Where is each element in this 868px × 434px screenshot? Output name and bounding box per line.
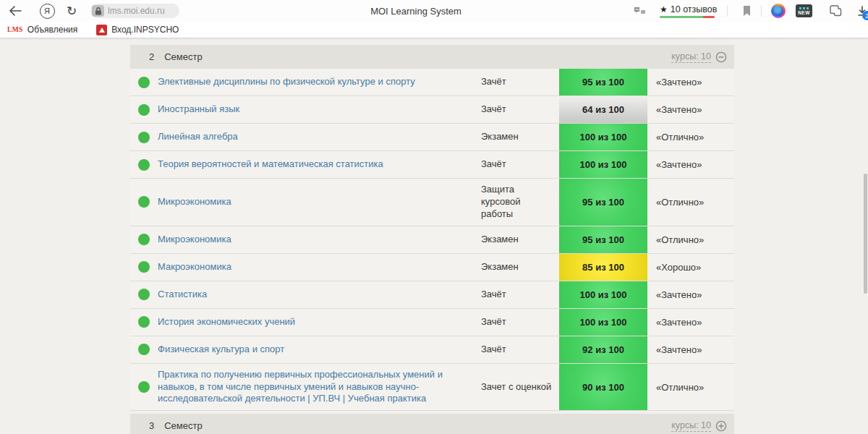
grade-label: «Зачтено» — [647, 344, 734, 355]
course-link[interactable]: Макроэкономика — [158, 256, 481, 278]
site-protect-icon[interactable] — [631, 0, 648, 22]
site-rating[interactable]: ★ 10 отзывов — [660, 0, 717, 22]
yandex-home-icon[interactable]: Я — [38, 0, 56, 22]
status-dot-icon — [138, 196, 150, 208]
semester-title: Семестр — [164, 51, 671, 62]
inpsycho-favicon — [96, 25, 107, 35]
status-dot-icon — [138, 77, 150, 88]
new-label: NEW — [798, 10, 810, 15]
rating-text: 10 отзывов — [671, 4, 718, 14]
course-link[interactable]: Теория вероятностей и математическая ста… — [158, 153, 481, 176]
score-badge: 90 из 100 — [559, 364, 647, 411]
grade-label: «Отлично» — [647, 234, 734, 245]
star-icon: ★ — [660, 4, 668, 14]
expand-plus-icon[interactable] — [715, 420, 727, 432]
status-dot-icon — [138, 159, 150, 171]
reload-icon[interactable]: ↻ — [62, 0, 81, 22]
bookmark-flag-icon[interactable] — [738, 0, 755, 22]
grade-label: «Отлично» — [647, 132, 734, 142]
status-dot-icon — [138, 104, 150, 116]
lock-icon[interactable] — [92, 5, 104, 17]
grade-label: «Зачтено» — [647, 159, 734, 170]
score-badge: 100 из 100 — [559, 281, 647, 308]
semester-3-header: 3 Семестр курсы: 10 — [130, 414, 734, 434]
extension-new-icon[interactable]: NEW — [796, 4, 812, 17]
course-row: Линейная алгебра Экзамен 100 из 100 «Отл… — [130, 124, 734, 151]
status-dot-icon — [138, 261, 150, 273]
score-badge: 95 из 100 — [559, 179, 647, 226]
semester-2-header: 2 Семестр курсы: 10 — [130, 45, 734, 69]
course-link[interactable]: Иностранный язык — [158, 98, 481, 121]
status-dot-icon — [138, 344, 150, 355]
marquee-dots — [799, 7, 809, 9]
score-badge: 64 из 100 — [559, 96, 647, 123]
grades-table-body: Элективные дисциплины по физической куль… — [130, 69, 734, 411]
score-badge: 100 из 100 — [559, 151, 647, 178]
status-dot-icon — [138, 289, 150, 300]
bookmark-announcements[interactable]: LMS Объявления — [7, 25, 77, 35]
grade-label: «Зачтено» — [647, 77, 734, 88]
bookmark-label: Вход.INPSYCHO — [111, 25, 179, 35]
bookmarks-bar: LMS Объявления Вход.INPSYCHO — [0, 22, 868, 38]
assessment-type: Зачёт — [481, 311, 559, 333]
toolbar-separator — [727, 5, 728, 17]
url-text: lms.moi.edu.ru — [108, 6, 165, 16]
assessment-type: Зачёт — [481, 284, 559, 306]
course-link[interactable]: Линейная алгебра — [158, 126, 481, 148]
grade-label: «Зачтено» — [647, 289, 734, 300]
score-badge: 92 из 100 — [559, 336, 647, 363]
course-link[interactable]: Физическая культура и спорт — [158, 339, 481, 361]
extension-color-circle-icon[interactable] — [771, 4, 786, 18]
grade-label: «Зачтено» — [647, 317, 734, 328]
semester-number: 3 — [149, 420, 154, 431]
grades-panel: 2 Семестр курсы: 10 Элективные дисциплин… — [130, 45, 734, 434]
course-row: Элективные дисциплины по физической куль… — [130, 69, 734, 96]
lms-favicon: LMS — [7, 26, 23, 33]
status-dot-icon — [138, 316, 150, 328]
page-content: 2 Семестр курсы: 10 Элективные дисциплин… — [0, 38, 868, 434]
course-link[interactable]: Микроэкономика — [158, 229, 481, 251]
back-icon[interactable] — [6, 0, 25, 22]
course-row: Теория вероятностей и математическая ста… — [130, 151, 734, 179]
course-row: Микроэкономика Защита курсовой работы 95… — [130, 179, 734, 226]
course-row: История экономических учений Зачёт 100 и… — [130, 309, 734, 336]
assessment-type: Зачёт — [481, 71, 559, 93]
assessment-type: Зачёт — [481, 98, 559, 121]
course-link[interactable]: Микроэкономика — [158, 191, 481, 213]
status-dot-icon — [138, 381, 150, 393]
address-bar[interactable]: lms.moi.edu.ru — [90, 4, 179, 18]
course-link[interactable]: Элективные дисциплины по физической куль… — [158, 71, 481, 93]
download-count-badge: 2 — [862, 11, 868, 20]
course-row: Микроэкономика Экзамен 95 из 100 «Отличн… — [130, 226, 734, 254]
assessment-type: Защита курсовой работы — [481, 179, 559, 226]
grade-label: «Зачтено» — [647, 104, 734, 115]
toolbar-separator — [761, 5, 762, 17]
rating-bar — [660, 16, 715, 18]
course-link[interactable]: История экономических учений — [158, 311, 481, 333]
assessment-type: Зачет с оценкой — [481, 376, 559, 399]
grade-label: «Хорошо» — [647, 262, 734, 273]
semester-number: 2 — [149, 51, 154, 62]
assessment-type: Зачёт — [481, 339, 559, 361]
score-badge: 100 из 100 — [559, 309, 647, 336]
score-badge: 100 из 100 — [559, 124, 647, 150]
browser-toolbar: Я ↻ lms.moi.edu.ru MOI Learning System ★… — [0, 0, 868, 22]
course-link[interactable]: Практика по получению первичных професси… — [158, 364, 481, 411]
course-row: Физическая культура и спорт Зачёт 92 из … — [130, 336, 734, 364]
grade-label: «Отлично» — [647, 197, 734, 208]
page-title: MOI Learning System — [370, 0, 461, 22]
score-badge: 95 из 100 — [559, 226, 647, 253]
score-badge: 85 из 100 — [559, 254, 647, 281]
vertical-scrollbar[interactable] — [864, 174, 867, 294]
extension-sticker-icon[interactable] — [826, 0, 843, 22]
courses-count-link[interactable]: курсы: 10 — [671, 420, 711, 432]
assessment-type: Экзамен — [481, 229, 559, 251]
bookmark-inpsycho-login[interactable]: Вход.INPSYCHO — [96, 25, 179, 35]
course-row: Статистика Зачёт 100 из 100 «Зачтено» — [130, 281, 734, 309]
assessment-type: Экзамен — [481, 256, 559, 278]
course-link[interactable]: Статистика — [158, 284, 481, 306]
courses-count-link[interactable]: курсы: 10 — [671, 51, 711, 63]
bookmark-label: Объявления — [27, 25, 77, 35]
assessment-type: Зачёт — [481, 153, 559, 176]
collapse-minus-icon[interactable] — [715, 51, 727, 63]
